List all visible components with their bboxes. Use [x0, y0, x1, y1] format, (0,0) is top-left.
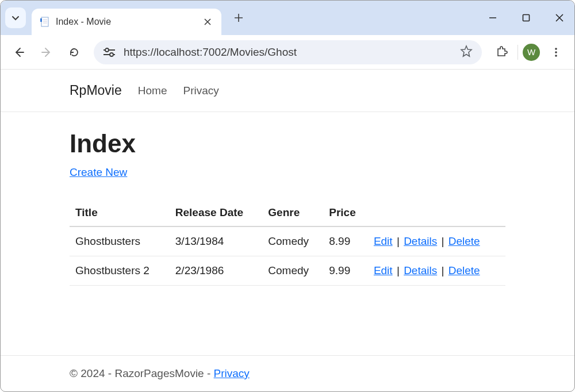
footer-privacy-link[interactable]: Privacy — [214, 367, 250, 379]
forward-button[interactable] — [35, 41, 58, 64]
bookmark-button[interactable] — [460, 45, 473, 59]
address-bar[interactable]: https://localhost:7002/Movies/Ghost — [94, 40, 482, 64]
brand[interactable]: RpMovie — [70, 83, 122, 98]
page-content: RpMovie Home Privacy Index Create New Ti… — [1, 70, 574, 286]
arrow-right-icon — [41, 47, 52, 58]
delete-link[interactable]: Delete — [448, 264, 480, 276]
site-navbar: RpMovie Home Privacy — [1, 70, 574, 112]
toolbar-divider — [518, 45, 518, 60]
extensions-button[interactable] — [490, 41, 513, 64]
nav-home[interactable]: Home — [138, 84, 167, 97]
tab-strip: Index - Movie — [1, 1, 574, 35]
cell-title: Ghostbusters 2 — [70, 256, 170, 286]
arrow-left-icon — [13, 47, 25, 58]
tab-close-button[interactable] — [202, 16, 213, 28]
cell-title: Ghostbusters — [70, 226, 170, 256]
details-link[interactable]: Details — [404, 264, 437, 276]
svg-point-12 — [555, 51, 557, 53]
star-icon — [460, 45, 473, 57]
cell-price: 9.99 — [323, 256, 368, 286]
back-button[interactable] — [7, 41, 30, 64]
window-minimize-button[interactable] — [486, 11, 500, 25]
nav-privacy[interactable]: Privacy — [183, 84, 218, 97]
tab-title: Index - Movie — [56, 17, 196, 27]
footer: © 2024 - RazorPagesMovie - Privacy — [1, 355, 574, 391]
table-header-row: Title Release Date Genre Price — [70, 199, 505, 226]
tab-search-button[interactable] — [5, 7, 26, 28]
chevron-down-icon — [12, 14, 20, 22]
th-genre: Genre — [262, 199, 323, 226]
window-close-button[interactable] — [553, 11, 566, 25]
main-content: Index Create New Title Release Date Genr… — [1, 112, 574, 286]
profile-avatar[interactable]: W — [523, 44, 540, 61]
svg-point-11 — [555, 48, 557, 50]
new-tab-button[interactable] — [229, 9, 248, 27]
site-info-button[interactable] — [103, 47, 116, 57]
window-maximize-button[interactable] — [519, 11, 533, 25]
edit-link[interactable]: Edit — [374, 264, 393, 276]
reload-icon — [68, 47, 80, 58]
avatar-letter: W — [527, 47, 535, 57]
puzzle-icon — [495, 46, 508, 59]
tune-icon — [103, 47, 116, 57]
cell-actions: Edit | Details | Delete — [368, 226, 505, 256]
th-actions — [368, 199, 505, 226]
plus-icon — [234, 13, 243, 22]
page-favicon — [40, 17, 50, 27]
close-icon — [204, 18, 211, 25]
cell-release: 3/13/1984 — [170, 226, 262, 256]
table-row: Ghostbusters 22/23/1986Comedy9.99Edit | … — [70, 256, 505, 286]
cell-genre: Comedy — [262, 256, 323, 286]
svg-rect-1 — [40, 18, 42, 22]
address-bar-row: https://localhost:7002/Movies/Ghost W — [1, 35, 574, 70]
cell-price: 8.99 — [323, 226, 368, 256]
url-text: https://localhost:7002/Movies/Ghost — [124, 46, 452, 59]
svg-rect-0 — [41, 17, 48, 26]
cell-genre: Comedy — [262, 226, 323, 256]
footer-copyright: © 2024 - RazorPagesMovie - — [70, 367, 214, 379]
page-title: Index — [70, 129, 505, 158]
svg-point-8 — [105, 48, 109, 52]
minimize-icon — [488, 13, 497, 22]
delete-link[interactable]: Delete — [448, 235, 480, 247]
browser-menu-button[interactable] — [545, 41, 568, 64]
browser-tab[interactable]: Index - Movie — [32, 9, 221, 35]
reload-button[interactable] — [63, 41, 86, 64]
details-link[interactable]: Details — [404, 235, 437, 247]
th-title: Title — [70, 199, 170, 226]
table-row: Ghostbusters3/13/1984Comedy8.99Edit | De… — [70, 226, 505, 256]
window-controls — [486, 1, 566, 35]
close-icon — [555, 13, 564, 22]
cell-release: 2/23/1986 — [170, 256, 262, 286]
svg-rect-6 — [523, 15, 530, 21]
create-new-link[interactable]: Create New — [70, 166, 127, 178]
th-price: Price — [323, 199, 368, 226]
movies-table: Title Release Date Genre Price Ghostbust… — [70, 199, 505, 286]
th-release: Release Date — [170, 199, 262, 226]
edit-link[interactable]: Edit — [374, 235, 393, 247]
svg-point-10 — [110, 53, 113, 56]
maximize-icon — [522, 14, 530, 22]
cell-actions: Edit | Details | Delete — [368, 256, 505, 286]
svg-point-13 — [555, 55, 557, 57]
dots-vertical-icon — [551, 47, 561, 57]
